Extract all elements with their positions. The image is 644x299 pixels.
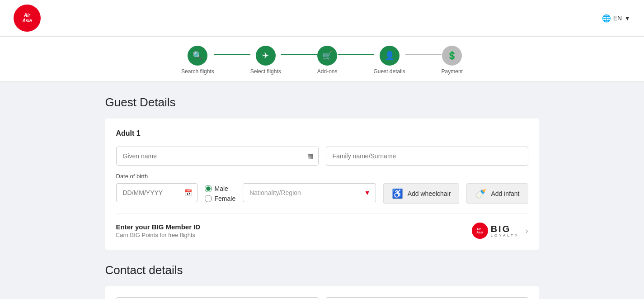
plane-icon: ✈ bbox=[262, 51, 269, 61]
dollar-icon: 💲 bbox=[447, 51, 457, 61]
step-label-select: Select flights bbox=[250, 68, 281, 75]
connector-1 bbox=[214, 54, 250, 55]
contact-details-title: Contact details bbox=[105, 263, 539, 277]
dob-row: 📅 Male Female Nationality/Region ▼ bbox=[116, 183, 528, 204]
contact-given-name-input[interactable] bbox=[116, 297, 319, 299]
connector-2 bbox=[281, 54, 317, 55]
gender-wrap: Male Female bbox=[205, 183, 236, 202]
step-label-addons: Add-ons bbox=[317, 68, 338, 75]
big-loyalty-row: Enter your BIG Member ID Earn BIG Points… bbox=[116, 223, 528, 239]
big-label: BIG bbox=[491, 224, 519, 234]
contact-family-name-input[interactable] bbox=[326, 297, 528, 299]
step-circle-addons: 🛒 bbox=[317, 46, 337, 66]
step-addons: 🛒 Add-ons bbox=[317, 46, 338, 75]
airasia-logo: AirAsia bbox=[14, 5, 41, 32]
big-logo-text: BIG LOYALTY bbox=[491, 224, 519, 238]
guest-details-title: Guest Details bbox=[105, 95, 539, 109]
gender-female-label[interactable]: Female bbox=[205, 195, 236, 202]
infant-icon: 🍼 bbox=[475, 188, 486, 199]
cart-icon: 🛒 bbox=[322, 51, 332, 61]
family-name-input[interactable] bbox=[326, 147, 528, 166]
big-member-title: Enter your BIG Member ID bbox=[116, 223, 201, 231]
chevron-right-icon: › bbox=[526, 226, 528, 236]
progress-steps: 🔍 Search flights ✈ Select flights 🛒 Add-… bbox=[0, 37, 644, 82]
gender-male-label[interactable]: Male bbox=[205, 185, 236, 192]
nationality-group: Nationality/Region ▼ bbox=[243, 183, 376, 202]
calendar-icon: 📅 bbox=[184, 189, 192, 196]
add-infant-button[interactable]: 🍼 Add infant bbox=[466, 183, 528, 204]
gender-female-radio[interactable] bbox=[205, 195, 212, 202]
step-label-payment: Payment bbox=[442, 68, 463, 75]
connector-4 bbox=[405, 54, 442, 55]
big-logo-circle: AirAsia bbox=[472, 223, 488, 239]
contact-family-name-group bbox=[326, 297, 528, 299]
gender-female-text: Female bbox=[215, 195, 236, 202]
step-select-flights: ✈ Select flights bbox=[250, 46, 281, 75]
main-content: Guest Details Adult 1 ▦ Date of birth 📅 bbox=[96, 82, 548, 299]
nationality-select[interactable]: Nationality/Region bbox=[243, 183, 376, 202]
contact-card-icon: ▦ bbox=[307, 152, 313, 160]
loyalty-label: LOYALTY bbox=[491, 234, 519, 238]
big-member-subtitle: Earn BIG Points for free flights bbox=[116, 232, 201, 238]
add-wheelchair-label: Add wheelchair bbox=[408, 190, 451, 197]
big-loyalty-text: Enter your BIG Member ID Earn BIG Points… bbox=[116, 223, 201, 238]
step-search-flights: 🔍 Search flights bbox=[181, 46, 214, 75]
connector-3 bbox=[338, 54, 374, 55]
step-payment: 💲 Payment bbox=[442, 46, 463, 75]
name-row: ▦ bbox=[116, 147, 528, 166]
step-circle-guest: 👤 bbox=[380, 46, 400, 66]
wheelchair-icon: ♿ bbox=[392, 188, 403, 199]
dob-label: Date of birth bbox=[116, 173, 528, 180]
language-label: EN bbox=[613, 14, 622, 22]
header: AirAsia 🌐 EN ▼ bbox=[0, 0, 644, 37]
dob-input-wrap: 📅 bbox=[116, 183, 197, 202]
gender-male-text: Male bbox=[215, 185, 228, 192]
adult1-label: Adult 1 bbox=[116, 129, 528, 138]
gender-male-radio[interactable] bbox=[205, 185, 212, 192]
person-icon: 👤 bbox=[385, 51, 395, 61]
step-guest-details: 👤 Guest details bbox=[374, 46, 405, 75]
card-divider bbox=[116, 213, 528, 214]
contact-card: ▦ bbox=[105, 286, 539, 299]
big-loyalty-logo[interactable]: AirAsia BIG LOYALTY › bbox=[472, 223, 528, 239]
add-wheelchair-button[interactable]: ♿ Add wheelchair bbox=[383, 183, 460, 204]
step-circle-payment: 💲 bbox=[442, 46, 462, 66]
given-name-group: ▦ bbox=[116, 147, 319, 166]
family-name-group bbox=[326, 147, 528, 166]
add-infant-label: Add infant bbox=[491, 190, 519, 197]
adult1-card: Adult 1 ▦ Date of birth 📅 Male bbox=[105, 119, 539, 250]
contact-given-name-group: ▦ bbox=[116, 297, 319, 299]
contact-name-row: ▦ bbox=[116, 297, 528, 299]
step-label-search: Search flights bbox=[181, 68, 214, 75]
step-circle-select: ✈ bbox=[256, 46, 276, 66]
given-name-input[interactable] bbox=[116, 147, 319, 166]
chevron-down-icon: ▼ bbox=[624, 14, 630, 22]
language-selector[interactable]: 🌐 EN ▼ bbox=[602, 14, 630, 23]
step-circle-search: 🔍 bbox=[188, 46, 207, 66]
search-icon: 🔍 bbox=[193, 51, 202, 61]
globe-icon: 🌐 bbox=[602, 14, 611, 23]
step-label-guest: Guest details bbox=[374, 68, 405, 75]
